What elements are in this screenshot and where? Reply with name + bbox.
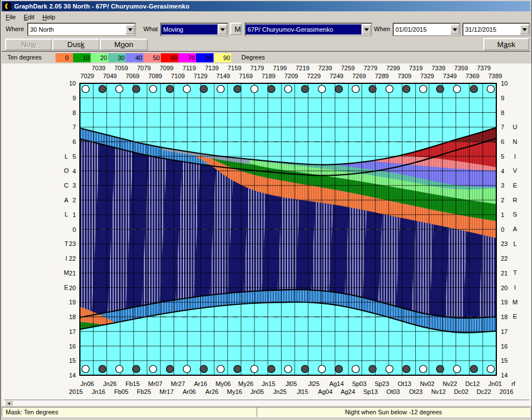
top-axis-label: 7329 xyxy=(420,73,434,79)
bottom-axis-date: Sp03 xyxy=(352,380,367,387)
left-axis-title-letter: E xyxy=(64,284,68,291)
left-hour-label: 16 xyxy=(69,343,76,350)
left-hour-label: 20 xyxy=(69,285,76,291)
top-axis-label: 7049 xyxy=(103,73,117,79)
top-axis-label: 7369 xyxy=(466,73,479,79)
bottom-axis-date: Sp13 xyxy=(363,388,378,395)
status-night-text: Night when Sun below -12 degrees xyxy=(257,407,530,417)
chart-panel: 7039705970797099711971397159717971997219… xyxy=(2,63,531,406)
left-hour-label: 15 xyxy=(69,357,76,364)
right-hour-label: 7 xyxy=(501,124,504,130)
top-axis-label: 7349 xyxy=(443,73,457,79)
bottom-axis-date: Jn25 xyxy=(273,388,287,395)
top-axis-label: 7389 xyxy=(488,73,502,79)
top-axis-label: 7269 xyxy=(352,73,366,79)
bottom-axis-date: Jn26 xyxy=(103,380,117,387)
right-hour-label: 15 xyxy=(501,357,508,364)
right-axis-title-letter: R xyxy=(513,197,517,203)
top-axis-label: 7129 xyxy=(194,73,207,79)
top-axis-label: 7059 xyxy=(114,65,128,71)
right-axis-title-letter: I xyxy=(514,284,516,291)
left-hour-label: 22 xyxy=(69,255,76,262)
top-axis-label: 7359 xyxy=(454,65,468,71)
bottom-axis-date: Jn15 xyxy=(262,380,275,387)
left-hour-label: 4 xyxy=(73,168,76,175)
right-axis-title-letter: E xyxy=(513,182,517,189)
right-hour-label: 22 xyxy=(501,255,508,262)
right-axis-title-letter: M xyxy=(512,299,517,306)
right-hour-label: 16 xyxy=(501,343,508,350)
left-hour-label: 2 xyxy=(73,197,76,203)
left-hour-label: 3 xyxy=(73,182,76,189)
right-axis-title-letter: T xyxy=(513,269,517,276)
top-axis-label: 7309 xyxy=(398,73,411,79)
right-hour-label: 3 xyxy=(501,182,504,189)
left-axis-title-letter: L xyxy=(65,211,68,218)
bottom-axis-date: Ag14 xyxy=(329,380,344,387)
bottom-axis-date: Fb15 xyxy=(125,380,139,387)
top-axis-label: 7219 xyxy=(296,65,309,71)
top-axis-label: 7029 xyxy=(80,73,94,79)
top-axis-label: 7159 xyxy=(228,65,241,71)
bottom-axis-date: Jn16 xyxy=(92,388,105,395)
status-mask-text: Mask: Ten degrees xyxy=(2,407,259,417)
bottom-axis-date: Ar06 xyxy=(182,388,195,395)
bottom-axis-date: Ot03 xyxy=(386,388,400,395)
right-hour-label: 0 xyxy=(501,226,504,233)
right-axis-title-letter: I xyxy=(514,153,516,160)
bottom-axis-date: Jn06 xyxy=(80,380,94,387)
top-axis-label: 7109 xyxy=(171,73,185,79)
bottom-axis-date: Ot23 xyxy=(409,388,423,395)
top-axis-label: 7209 xyxy=(284,73,298,79)
right-hour-label: 19 xyxy=(501,299,508,306)
bottom-axis-date: My16 xyxy=(227,388,242,395)
bottom-axis-date: Sp23 xyxy=(374,380,389,387)
left-hour-label: 0 xyxy=(73,226,76,233)
app-window: GraphDark 2.05 30 North - 67P/ Churyumov… xyxy=(0,0,532,420)
top-axis-label: 7239 xyxy=(318,65,332,71)
bottom-axis-date: Jl15 xyxy=(297,388,308,395)
darkness-chart: 7039705970797099711971397159717971997219… xyxy=(1,0,532,420)
bottom-axis-date: Ar26 xyxy=(205,388,218,395)
corner-note: rf xyxy=(512,380,516,387)
bottom-axis-date: Jl05 xyxy=(286,380,297,387)
bottom-axis-date: Dc12 xyxy=(465,380,480,387)
right-hour-label: 6 xyxy=(501,138,504,145)
bottom-axis-date: 2016 xyxy=(500,388,513,395)
right-hour-label: 8 xyxy=(501,109,504,116)
top-axis-label: 7139 xyxy=(205,65,219,71)
bottom-axis-date: Nv02 xyxy=(420,380,435,387)
right-axis-title-letter: U xyxy=(513,124,517,130)
left-axis-title-letter: L xyxy=(65,153,68,160)
left-hour-label: 19 xyxy=(69,299,76,306)
right-hour-label: 4 xyxy=(501,168,504,175)
bottom-axis-date: Fb25 xyxy=(137,388,151,395)
left-hour-label: 14 xyxy=(69,372,76,379)
top-axis-label: 7119 xyxy=(182,65,196,71)
left-hour-label: 21 xyxy=(69,270,76,277)
top-axis-label: 7099 xyxy=(160,65,173,71)
right-hour-label: 18 xyxy=(501,313,508,320)
right-hour-label: 21 xyxy=(501,270,508,277)
left-hour-label: 8 xyxy=(73,109,76,116)
bottom-axis-date: Jn05 xyxy=(250,388,264,395)
top-axis-label: 7379 xyxy=(477,65,491,71)
bottom-axis-date: My26 xyxy=(239,380,254,387)
bottom-axis-date: 2015 xyxy=(69,388,83,395)
top-axis-label: 7089 xyxy=(148,73,162,79)
bottom-axis-date: My06 xyxy=(216,380,231,387)
top-axis-label: 7199 xyxy=(273,65,287,71)
left-hour-label: 9 xyxy=(73,95,76,101)
right-axis-title-letter: S xyxy=(513,211,517,218)
left-axis-title-letter: T xyxy=(65,240,69,247)
left-axis-title-letter: C xyxy=(64,182,69,189)
top-axis-label: 7229 xyxy=(307,73,321,79)
right-hour-label: 23 xyxy=(501,240,508,247)
bottom-axis-date: Dc02 xyxy=(454,388,469,395)
top-axis-label: 7149 xyxy=(216,73,230,79)
top-axis-label: 7339 xyxy=(432,65,445,71)
bottom-axis-date: Jn01 xyxy=(488,380,502,387)
bottom-axis-date: Mr27 xyxy=(171,380,185,387)
left-hour-label: 17 xyxy=(69,328,76,335)
horizontal-scrollbar-track[interactable] xyxy=(4,400,530,400)
